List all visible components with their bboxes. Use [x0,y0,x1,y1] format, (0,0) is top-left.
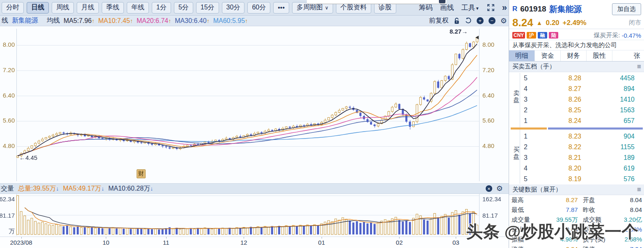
chips-button[interactable]: 筹码 [419,3,433,12]
sell-row-2[interactable]: 28.251563 [521,105,641,116]
tools-dropdown[interactable]: 工具▼ [461,3,480,12]
period-button-monthly[interactable]: 月线 [77,2,99,14]
orderbook-table: 卖盘 买盘 58.284458 48.27894 38.261410 28.25… [509,72,644,184]
date-tick-label: 03 [452,239,459,246]
collapse-panel-icon[interactable]: » [502,2,507,13]
buy-sell-ratio-bar [511,127,643,130]
date-tick-label: 2023/08 [10,239,32,246]
date-tick-mark [21,237,22,239]
key-data-title: 关键数据（展开） [512,186,562,193]
tab-detail[interactable]: 明细 [509,50,535,61]
sell-row-4[interactable]: 48.27894 [521,84,641,94]
date-tick-mark [244,237,244,239]
zoom-in-icon[interactable]: + [477,17,484,24]
date-tick-mark [322,237,322,239]
period-button-weekly[interactable]: 周线 [52,2,74,14]
main-chart-area [0,26,509,183]
fullscreen-icon[interactable] [487,4,495,11]
zoom-out-icon[interactable]: − [489,17,496,24]
ma-title: 均线 [47,16,60,25]
buy-row-4[interactable]: 48.20619 [521,163,641,174]
buy-row-3[interactable]: 38.21189 [521,152,641,163]
tab-partial-clipped[interactable]: 张 [634,50,644,61]
screen-edge-artifact [307,0,446,4]
date-tick-label: 12 [240,239,247,246]
sell-side-label: 卖盘 [513,89,520,103]
sector-change: -0.47% [621,32,641,39]
period-button-daily[interactable]: 日线 [27,2,49,14]
key-data-menu-icon[interactable]: ≡ [637,186,641,194]
chart-settings-gear-icon[interactable]: ⚙ [500,16,507,25]
volume-chart-area [0,194,509,237]
multi-period-label: 多周期图 [297,3,323,12]
period-button-5min[interactable]: 5分 [174,2,193,14]
sell-row-1[interactable]: 18.24657 [521,116,641,126]
lock-icon[interactable] [454,18,460,24]
ma5-up-arrow: ↑ [91,18,94,24]
volume-down-arrow: ↓ [56,185,59,192]
adjust-mode-label[interactable]: 前复权 [429,16,449,25]
add-watchlist-button[interactable]: 加自选 [612,3,641,15]
volume-ma5-down-arrow: ↓ [101,185,104,192]
volume-ma10-down-arrow: ↓ [150,185,153,192]
close-volume-pane-icon[interactable]: × [486,185,492,192]
date-tick-mark [166,237,167,239]
sell-row-5[interactable]: 58.284458 [521,73,641,84]
ma60-value: MA60:5.95↑ [213,17,248,25]
period-button-yearly[interactable]: 年线 [127,2,149,14]
tab-character[interactable]: 股性 [587,50,612,61]
ma60-up-arrow: ↑ [245,18,248,24]
period-button-time[interactable]: 分时 [2,2,24,14]
date-tick-mark [106,237,106,239]
margin-flag: R [512,5,517,13]
date-tick-label: 02 [396,239,403,246]
date-tick-mark [456,237,456,239]
buy-row-2[interactable]: 28.221155 [521,142,641,152]
date-tick-mark [399,237,400,239]
candlestick-chart-canvas[interactable] [0,26,509,183]
buy-row-1[interactable]: 18.23904 [521,131,641,142]
ma30-value: MA30:6.40↑ [175,17,209,25]
more-periods-button[interactable]: ••• [273,2,289,14]
price-change-pct: +2.49% [563,19,587,27]
sector-label[interactable]: 煤炭开采: [594,32,620,39]
ma20-up-arrow: ↑ [168,18,171,24]
last-price: 8.24 [512,16,533,29]
legend-stock-name[interactable]: 新集能源 [12,16,38,25]
stock-code: 601918 [520,5,546,14]
key-data-row: 最高8.27 开盘8.04 [509,195,644,205]
draw-line-button[interactable]: 画线 [440,3,454,12]
margin-badge: 融 [538,32,547,39]
ma20-value: MA20:6.74↑ [137,17,171,25]
ma-legend-bar: 线 新集能源 均线 MA5:7.96↑ MA10:7.45↑ MA20:6.74… [0,16,509,26]
volume-chart-canvas[interactable] [0,194,509,237]
volume-ma5: MA5:49.17万↓ [63,184,104,193]
undo-icon[interactable] [465,17,472,24]
buy-ratio-segment [511,127,547,130]
buy-row-5[interactable]: 58.19576 [521,174,641,184]
panel-tabs: 明细 资金 财务 股性 张 [509,50,644,61]
period-button-60min[interactable]: 60分 [247,2,270,14]
period-button-quarterly[interactable]: 季线 [102,2,124,14]
orderbook-title: 买卖五档（手） [512,63,555,71]
ma10-up-arrow: ↑ [130,18,133,24]
tab-funds[interactable]: 资金 [535,50,561,61]
stock-detail-panel: R 601918 新集能源 加自选 8.24 ▲ 0.20 +2.49% 闭市 … [509,0,644,248]
volume-label-partial: 交量 [1,184,14,193]
price-change: 0.20 [546,19,559,27]
sell-row-3[interactable]: 38.261410 [521,94,641,105]
period-button-1min[interactable]: 1分 [152,2,171,14]
date-tick-label: 11 [163,239,169,246]
key-data-header[interactable]: 关键数据（展开） ≡ [509,184,644,195]
financial-report-event-badge[interactable]: 财 [137,169,146,178]
tab-financials[interactable]: 财务 [561,50,587,61]
period-button-15min[interactable]: 15分 [196,2,219,14]
volume-settings-gear-icon[interactable]: ⚙ [496,184,503,193]
orderbook-menu-icon[interactable]: ≡ [637,63,641,71]
period-button-30min[interactable]: 30分 [222,2,245,14]
date-axis: 2023/08101112010203 [0,237,509,248]
ma5-value: MA5:7.96↑ [64,17,94,25]
volume-ma10: MA10:60.28万↓ [108,184,153,193]
connect-badge: 陆 [549,32,558,39]
volume-pane-header: 交量 总量:39.55万↓ MA5:49.17万↓ MA10:60.28万↓ ×… [0,183,509,194]
